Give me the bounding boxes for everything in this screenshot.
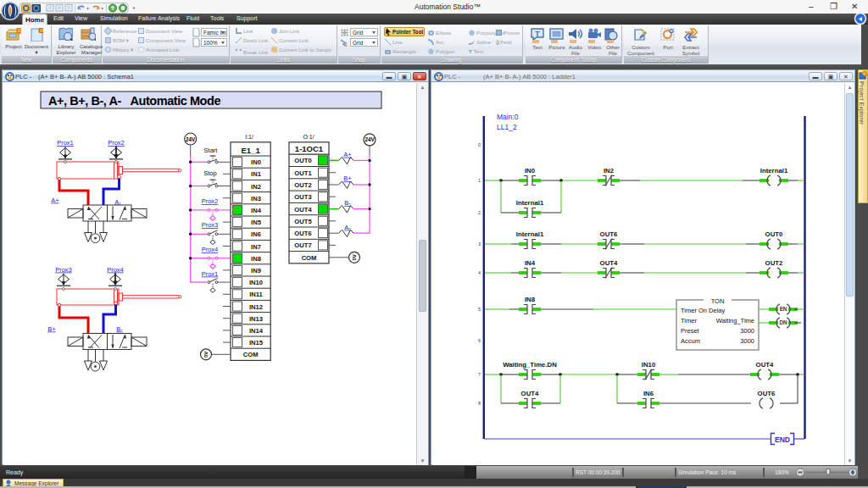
svg-text:DN: DN bbox=[779, 319, 787, 325]
svg-text:OUT7: OUT7 bbox=[294, 241, 311, 249]
svg-text:B-: B- bbox=[344, 199, 351, 207]
svg-text:Accum: Accum bbox=[681, 337, 700, 345]
svg-text:24V: 24V bbox=[364, 136, 375, 142]
svg-text:IN11: IN11 bbox=[249, 291, 263, 298]
svg-text:OUT5: OUT5 bbox=[294, 218, 312, 225]
svg-text:8: 8 bbox=[478, 401, 481, 406]
svg-text:Preset: Preset bbox=[681, 327, 700, 335]
svg-text:OUT0: OUT0 bbox=[765, 230, 783, 238]
svg-text:3000: 3000 bbox=[740, 327, 754, 335]
svg-text:IN15: IN15 bbox=[249, 339, 264, 347]
svg-text:Internal1: Internal1 bbox=[516, 199, 544, 207]
svg-text:0V: 0V bbox=[203, 352, 209, 358]
svg-text:END: END bbox=[775, 435, 790, 444]
svg-text:Prox2: Prox2 bbox=[202, 197, 219, 205]
svg-text:Timer On Delay: Timer On Delay bbox=[681, 307, 725, 314]
svg-text:3000: 3000 bbox=[740, 337, 754, 345]
svg-text:IN13: IN13 bbox=[249, 315, 263, 323]
svg-text:Internal1: Internal1 bbox=[516, 230, 544, 238]
svg-text:IN2: IN2 bbox=[251, 183, 261, 191]
svg-text:OUT6: OUT6 bbox=[600, 230, 618, 238]
svg-text:IN8: IN8 bbox=[525, 296, 536, 303]
svg-text:IN8: IN8 bbox=[251, 255, 261, 263]
svg-text:IN4: IN4 bbox=[525, 259, 536, 267]
svg-text:7: 7 bbox=[478, 372, 481, 377]
svg-text:LL1_2: LL1_2 bbox=[497, 123, 517, 131]
svg-text:Prox3: Prox3 bbox=[55, 266, 72, 274]
svg-text:4: 4 bbox=[478, 270, 481, 275]
svg-text:OUT4: OUT4 bbox=[600, 259, 618, 267]
svg-text:5: 5 bbox=[478, 307, 481, 312]
svg-text:0V: 0V bbox=[352, 254, 357, 260]
svg-text:IN14: IN14 bbox=[249, 327, 264, 335]
svg-text:Prox1: Prox1 bbox=[202, 270, 219, 278]
svg-text:Waiting_Time: Waiting_Time bbox=[716, 317, 754, 324]
svg-text:COM: COM bbox=[243, 351, 259, 358]
svg-text:IN0: IN0 bbox=[251, 158, 261, 166]
svg-text:24V: 24V bbox=[186, 136, 196, 142]
svg-text:T: T bbox=[535, 30, 540, 38]
svg-text:IN3: IN3 bbox=[251, 195, 261, 202]
svg-text:A+, B+, B-, A- Automatic Mod: A+, B+, B-, A- Automatic Mode bbox=[48, 94, 220, 108]
svg-text:1: 1 bbox=[478, 178, 481, 183]
svg-text:IN4: IN4 bbox=[251, 207, 262, 214]
svg-text:IN0: IN0 bbox=[525, 167, 536, 175]
svg-text:Stop: Stop bbox=[203, 169, 216, 177]
svg-text:IN7: IN7 bbox=[251, 243, 261, 251]
svg-text:Internal1: Internal1 bbox=[760, 167, 788, 175]
svg-text:2: 2 bbox=[478, 210, 481, 215]
svg-text:Prox3: Prox3 bbox=[202, 221, 219, 229]
svg-text:A-: A- bbox=[114, 198, 121, 206]
svg-text:EN: EN bbox=[780, 306, 787, 312]
svg-text:OUT4: OUT4 bbox=[521, 390, 539, 397]
svg-text:3: 3 bbox=[478, 241, 481, 247]
svg-text:IN5: IN5 bbox=[251, 219, 262, 226]
svg-text:Prox4: Prox4 bbox=[202, 246, 219, 253]
svg-text:IN6: IN6 bbox=[251, 230, 261, 238]
svg-text:B+: B+ bbox=[343, 175, 352, 182]
svg-text:OUT1: OUT1 bbox=[294, 169, 312, 177]
svg-text:IN12: IN12 bbox=[249, 303, 263, 311]
svg-text:IN6: IN6 bbox=[643, 390, 654, 397]
svg-text:IN9: IN9 bbox=[251, 267, 261, 274]
svg-text:IN1: IN1 bbox=[251, 170, 262, 178]
svg-text:OUT4: OUT4 bbox=[756, 361, 774, 369]
svg-text:Prox1: Prox1 bbox=[57, 139, 74, 147]
svg-text:Timer: Timer bbox=[681, 317, 697, 324]
svg-text:0: 0 bbox=[478, 142, 481, 147]
svg-text:A+: A+ bbox=[51, 197, 59, 204]
svg-text:COM: COM bbox=[302, 254, 317, 262]
svg-text:OUT2: OUT2 bbox=[294, 181, 311, 189]
svg-text:IN10: IN10 bbox=[642, 361, 656, 369]
svg-text:OUT6: OUT6 bbox=[294, 230, 311, 237]
svg-text:IN10: IN10 bbox=[249, 279, 263, 286]
svg-text:B-: B- bbox=[116, 325, 123, 333]
svg-text:OUT3: OUT3 bbox=[294, 193, 311, 201]
svg-text:A+: A+ bbox=[343, 151, 352, 158]
svg-text:OUT6: OUT6 bbox=[758, 390, 776, 397]
svg-text:OUT0: OUT0 bbox=[294, 157, 311, 164]
svg-text:Waiting_Time.DN: Waiting_Time.DN bbox=[503, 361, 557, 369]
svg-text:6: 6 bbox=[478, 338, 481, 343]
svg-text:OUT4: OUT4 bbox=[294, 206, 312, 214]
svg-text:OUT2: OUT2 bbox=[765, 259, 783, 267]
svg-text:1-1OC1: 1-1OC1 bbox=[295, 144, 324, 153]
svg-text:I:1/: I:1/ bbox=[245, 134, 253, 140]
svg-text:TON: TON bbox=[711, 297, 725, 305]
svg-text:IN2: IN2 bbox=[604, 167, 615, 175]
svg-text:O:1/: O:1/ bbox=[303, 134, 314, 140]
svg-text:Prox2: Prox2 bbox=[108, 139, 125, 147]
svg-text:Prox4: Prox4 bbox=[107, 266, 124, 274]
svg-text:A-: A- bbox=[344, 224, 351, 231]
svg-text:Start: Start bbox=[204, 147, 219, 154]
svg-text:Main:0: Main:0 bbox=[497, 113, 519, 121]
svg-text:B+: B+ bbox=[47, 325, 56, 333]
svg-text:E1_1: E1_1 bbox=[242, 146, 261, 155]
